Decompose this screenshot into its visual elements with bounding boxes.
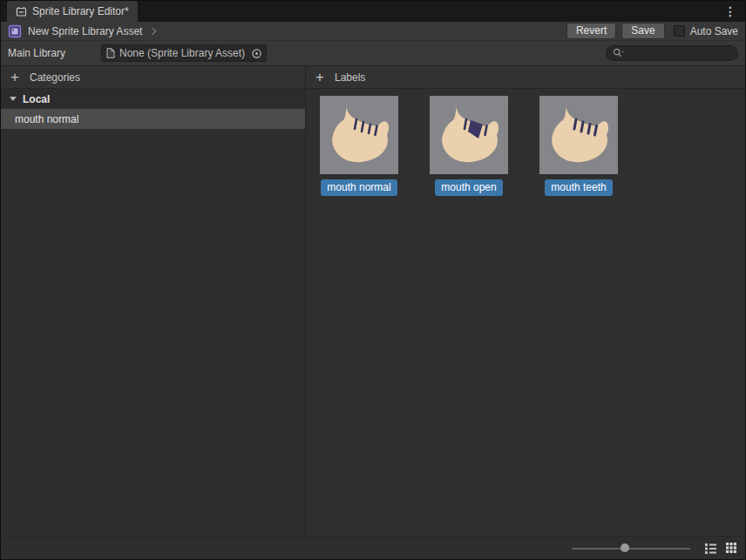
main-library-object-field[interactable]: None (Sprite Library Asset) (101, 44, 267, 62)
labels-title: Labels (335, 71, 365, 84)
zoom-slider[interactable] (572, 536, 690, 560)
labels-panel: + Labels mouth normal (306, 66, 745, 536)
main-library-label: Main Library (8, 47, 101, 59)
list-view-icon[interactable] (703, 541, 718, 555)
save-button[interactable]: Save (621, 23, 664, 39)
sprite-thumbnail-mouth-normal[interactable] (320, 96, 398, 174)
sprite-card-mouth-open: mouth open (430, 96, 508, 196)
categories-title: Categories (30, 71, 80, 84)
object-picker-icon[interactable] (250, 47, 263, 60)
zoom-slider-track (572, 548, 690, 550)
add-label-button[interactable]: + (313, 70, 327, 84)
panels: + Categories Local mouth normal + Labels (1, 65, 745, 536)
tab-sprite-library-editor[interactable]: Sprite Library Editor* (7, 1, 138, 22)
breadcrumb[interactable]: New Sprite Library Asset (28, 25, 142, 37)
kebab-menu-icon[interactable]: ⋮ (722, 1, 739, 22)
title-bar: Sprite Library Editor* ⋮ (1, 1, 745, 22)
view-mode-group (703, 541, 738, 555)
auto-save-label: Auto Save (690, 25, 738, 37)
labels-header: + Labels (306, 66, 745, 89)
toolbar-right-group: Revert Save Auto Save (566, 23, 738, 39)
foldout-triangle-icon (10, 97, 17, 101)
search-icon (613, 48, 624, 58)
toolbar: New Sprite Library Asset Revert Save Aut… (1, 22, 745, 41)
auto-save-checkbox[interactable] (674, 25, 685, 37)
main-library-row: Main Library None (Sprite Library Asset) (1, 41, 745, 65)
add-category-button[interactable]: + (8, 70, 22, 84)
sprite-card-mouth-teeth: mouth teeth (539, 96, 618, 196)
sprite-thumbnail-mouth-open[interactable] (430, 96, 508, 174)
labels-grid: mouth normal mouth open (306, 89, 745, 536)
category-row-mouth-normal[interactable]: mouth normal (1, 109, 305, 129)
grid-view-icon[interactable] (724, 541, 738, 555)
breadcrumb-chevron-icon (149, 27, 156, 34)
zoom-slider-thumb[interactable] (621, 543, 629, 552)
local-foldout-label: Local (23, 93, 50, 105)
bottom-bar (1, 536, 745, 559)
sprite-library-asset-icon (8, 24, 22, 38)
search-field[interactable] (606, 45, 738, 61)
search-input[interactable] (627, 47, 731, 59)
sprite-library-editor-icon (16, 6, 27, 17)
sprite-library-editor-window: Sprite Library Editor* ⋮ New Sprite Libr… (0, 0, 746, 560)
revert-button[interactable]: Revert (566, 23, 616, 39)
sprite-label-badge[interactable]: mouth normal (321, 179, 397, 196)
document-icon (106, 48, 115, 58)
object-field-value: None (Sprite Library Asset) (119, 47, 246, 59)
tab-title: Sprite Library Editor* (32, 5, 129, 17)
sprite-card-mouth-normal: mouth normal (320, 96, 398, 196)
sprite-label-badge[interactable]: mouth teeth (545, 179, 612, 196)
category-row-label: mouth normal (15, 113, 78, 125)
local-foldout[interactable]: Local (1, 89, 305, 109)
sprite-label-badge[interactable]: mouth open (435, 179, 502, 196)
categories-header: + Categories (1, 66, 305, 89)
sprite-thumbnail-mouth-teeth[interactable] (539, 96, 618, 174)
categories-panel: + Categories Local mouth normal (1, 66, 306, 536)
